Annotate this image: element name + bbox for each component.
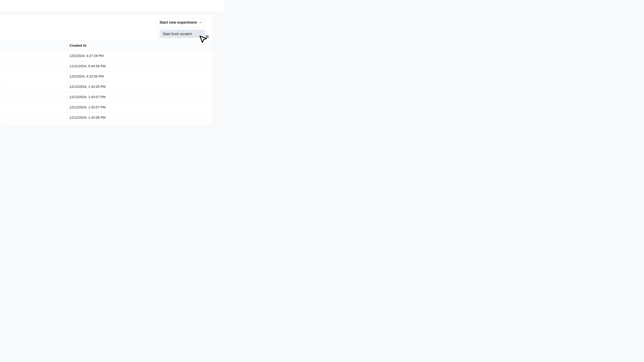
table-row[interactable]: 12/2/2024, 4:22:55 PM [0,71,212,82]
table-cell-created-at: 12/12/2024, 1:42:07 PM [67,102,212,112]
dropdown-label: Start new experiment [160,20,197,24]
table-cell-empty [0,112,67,123]
main-card: Start new experiment Start from scratch … [0,14,213,126]
table-cell-created-at: 12/12/2024, 1:42:05 PM [67,82,212,92]
table-cell-empty [0,51,67,61]
experiments-table: Created At 12/2/2024, 4:27:28 PM 11/21/2… [0,40,212,126]
table-cell-created-at: 12/12/2024, 1:42:08 PM [67,112,212,123]
svg-point-4 [208,36,208,37]
menu-item-start-from-scratch[interactable]: Start from scratch [160,30,204,38]
menu-item-label: Start from scratch [163,32,192,36]
table-cell-empty [0,82,67,92]
table-cell-created-at: 12/2/2024, 4:27:28 PM [67,51,212,61]
table-row[interactable]: 12/12/2024, 1:42:07 PM [0,92,212,102]
table-row[interactable]: 12/12/2024, 1:42:07 PM [0,102,212,112]
start-new-experiment-button[interactable]: Start new experiment [156,18,206,27]
table-row[interactable]: 11/21/2024, 5:44:59 PM [0,61,212,71]
table-row[interactable]: 12/12/2024, 1:42:05 PM [0,82,212,92]
cursor-pointer-icon [199,35,208,44]
top-bar [0,0,224,12]
table-header-created-at: Created At [67,40,212,51]
table-row[interactable]: 12/2/2024, 4:27:28 PM [0,51,212,61]
table-cell-empty [0,61,67,71]
chevron-down-icon [199,21,202,24]
table-cell-empty [0,92,67,102]
table-header-row: Created At [0,40,212,51]
table-cell-created-at: 12/12/2024, 1:42:07 PM [67,92,212,102]
table-cell-empty [0,71,67,81]
table-row[interactable]: 12/12/2024, 1:42:08 PM [0,112,212,123]
table-cell-created-at: 12/2/2024, 4:22:55 PM [67,71,212,81]
table-header-col-0 [0,40,67,51]
table-cell-empty [0,102,67,112]
table-cell-created-at: 11/21/2024, 5:44:59 PM [67,61,212,71]
